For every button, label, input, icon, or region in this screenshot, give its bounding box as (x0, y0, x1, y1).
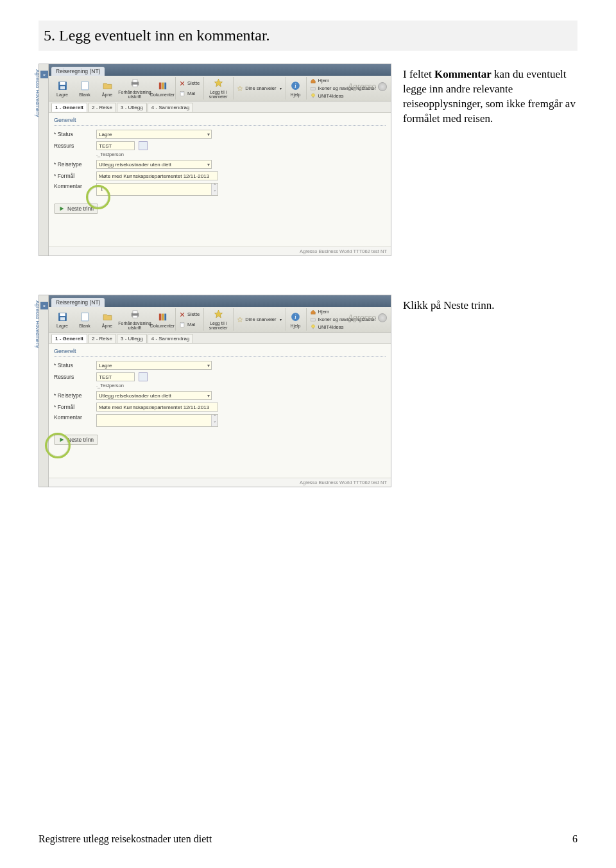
documents-button[interactable]: Dokumenter (151, 308, 173, 331)
scroll-up-icon[interactable]: ˄ (212, 184, 218, 189)
add-favorite-button[interactable]: Legg til i snarveier (205, 77, 231, 100)
svg-rect-18 (60, 313, 65, 315)
documents-button[interactable]: Dokumenter (151, 77, 173, 100)
sidebar-label: Agresso Hovedmeny (35, 300, 40, 348)
svg-rect-25 (162, 313, 164, 320)
svg-rect-3 (81, 82, 88, 90)
status-select[interactable]: Lagre (96, 361, 212, 370)
tab-generelt[interactable]: 1 - Generelt (51, 334, 87, 343)
open-button[interactable]: Åpne (96, 77, 118, 100)
window-tab[interactable]: Reiseregning (NT) (51, 67, 105, 76)
shortcuts-label: Dine snarveier (245, 317, 276, 322)
print-preview-button[interactable]: Forhåndsvisning utskrift (119, 77, 151, 100)
window-tabs: Reiseregning (NT) (49, 64, 391, 76)
floppy-icon (57, 80, 68, 91)
next-step-button[interactable]: Neste trinn (54, 204, 98, 214)
form-panel: Generelt * Status Lagre Ressurs TEST ._T… (49, 113, 391, 247)
tab-generelt[interactable]: 1 - Generelt (51, 103, 87, 112)
printer-icon (130, 78, 141, 89)
tab-sammendrag[interactable]: 4 - Sammendrag (148, 334, 194, 343)
svg-rect-16 (312, 97, 314, 98)
toolbar: Lagre Blank Åpne Forhåndsvisning utskrif… (49, 307, 391, 333)
help-label: Hjelp (291, 324, 301, 328)
help-button[interactable]: iHjelp (287, 308, 304, 331)
scroll-down-icon[interactable]: ˅ (212, 190, 218, 195)
blank-label: Blank (79, 324, 90, 328)
home-label: Hjem (318, 309, 330, 315)
home-icon (310, 309, 316, 315)
reisetype-select[interactable]: Utlegg reisekostnader uten diett (96, 160, 212, 169)
page-number: 6 (572, 833, 578, 845)
info-icon: i (290, 80, 301, 91)
ressurs-input[interactable]: TEST (96, 141, 135, 150)
ideas-button[interactable]: UNIT4Ideas (308, 323, 346, 331)
tab-sammendrag[interactable]: 4 - Sammendrag (148, 103, 194, 112)
screenshot-2: » Agresso Hovedmeny Reiseregning (NT) La… (38, 295, 391, 487)
instruction-text-1: I feltet Kommentar kan du eventuelt legg… (403, 64, 578, 256)
print-preview-label: Forhåndsvisning utskrift (118, 321, 151, 330)
print-preview-button[interactable]: Forhåndsvisning utskrift (119, 308, 151, 331)
label-ressurs: Ressurs (54, 374, 92, 380)
star-icon (213, 78, 224, 89)
status-select[interactable]: Lagre (96, 130, 212, 139)
svg-point-15 (311, 94, 314, 97)
lookup-button[interactable] (139, 141, 148, 150)
svg-rect-28 (181, 323, 184, 324)
home-button[interactable]: Hjem (308, 77, 332, 85)
sidebar-expand-icon[interactable]: » (40, 71, 48, 78)
tab-reise[interactable]: 2 - Reise (88, 334, 116, 343)
scroll-down-icon[interactable]: ˅ (212, 421, 218, 426)
window-tabs: Reiseregning (NT) (49, 295, 391, 307)
ressurs-input[interactable]: TEST (96, 372, 135, 381)
sidebar-collapsed[interactable]: » Agresso Hovedmeny (39, 64, 49, 256)
page-icon (80, 80, 90, 91)
brand-circle-icon (378, 313, 387, 322)
add-favorite-button[interactable]: Legg til i snarveier (205, 308, 231, 331)
label-formal: * Formål (54, 173, 92, 179)
sidebar-expand-icon[interactable]: » (40, 302, 48, 309)
formal-input[interactable]: Møte med Kunnskapsdepartementet 12/11-20… (96, 171, 218, 180)
kommentar-textarea[interactable]: ˄˅ (96, 414, 218, 427)
save-button[interactable]: Lagre (51, 77, 73, 100)
help-button[interactable]: iHjelp (287, 77, 304, 100)
tab-reise[interactable]: 2 - Reise (88, 103, 116, 112)
tab-utlegg[interactable]: 3 - Utlegg (117, 103, 147, 112)
ressurs-subtext: ._Testperson (96, 152, 386, 157)
blank-button[interactable]: Blank (74, 308, 96, 331)
svg-text:i: i (295, 82, 296, 89)
template-button[interactable]: Mal (177, 89, 197, 99)
svg-rect-5 (132, 80, 137, 82)
open-button[interactable]: Åpne (96, 308, 118, 331)
save-button[interactable]: Lagre (51, 308, 73, 331)
open-label: Åpne (102, 92, 112, 97)
delete-button[interactable]: Slette (177, 309, 201, 320)
play-icon (58, 205, 65, 212)
sidebar-collapsed[interactable]: » Agresso Hovedmeny (39, 295, 49, 487)
brand-circle-icon (378, 82, 387, 91)
kommentar-textarea[interactable]: I ˄˅ (96, 183, 218, 196)
ideas-button[interactable]: UNIT4Ideas (308, 92, 346, 100)
lookup-button[interactable] (139, 372, 148, 381)
svg-rect-14 (311, 87, 316, 90)
formal-input[interactable]: Møte med Kunnskapsdepartementet 12/11-20… (96, 403, 218, 412)
shortcuts-dropdown[interactable]: Dine snarveier▾ (235, 83, 283, 94)
svg-rect-23 (132, 316, 137, 318)
label-status: * Status (54, 362, 92, 369)
next-step-label: Neste trinn (67, 205, 94, 212)
home-button[interactable]: Hjem (308, 308, 332, 316)
scroll-up-icon[interactable]: ˄ (212, 415, 218, 420)
svg-point-32 (311, 325, 314, 328)
svg-rect-33 (312, 328, 314, 329)
label-reisetype: * Reisetype (54, 392, 92, 399)
chevron-down-icon: ▾ (280, 86, 282, 91)
template-button[interactable]: Mal (177, 320, 197, 330)
next-step-button[interactable]: Neste trinn (54, 435, 98, 445)
reisetype-select[interactable]: Utlegg reisekostnader uten diett (96, 391, 212, 400)
instruction-text-2: Klikk på Neste trinn. (403, 295, 578, 487)
window-tab[interactable]: Reiseregning (NT) (51, 298, 105, 307)
help-label: Hjelp (291, 92, 301, 97)
shortcuts-dropdown[interactable]: Dine snarveier▾ (235, 315, 283, 325)
tab-utlegg[interactable]: 3 - Utlegg (117, 334, 147, 343)
delete-button[interactable]: Slette (177, 78, 201, 89)
blank-button[interactable]: Blank (74, 77, 96, 100)
